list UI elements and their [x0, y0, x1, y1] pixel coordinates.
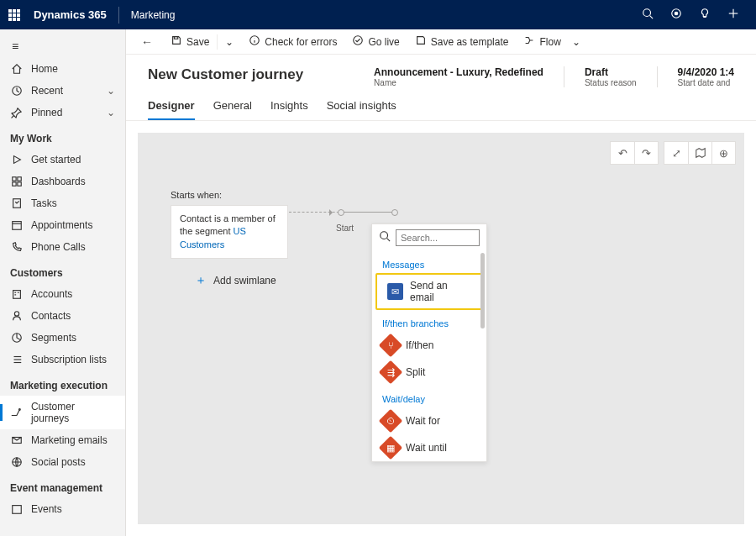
nav-segments[interactable]: Segments	[0, 327, 125, 349]
save-button[interactable]: Save	[163, 34, 217, 49]
popup-scrollbar[interactable]	[480, 253, 485, 328]
minimap-button[interactable]	[688, 142, 711, 164]
nav-pinned[interactable]: Pinned⌄	[0, 102, 125, 123]
canvas-tools: ↶ ↷ ⤢ ⊕	[610, 141, 736, 165]
nav-label: Dashboards	[31, 176, 86, 187]
nav-section-eventmgmt: Event management	[0, 473, 125, 498]
tab-insights[interactable]: Insights	[270, 99, 308, 120]
tile-label: Split	[406, 366, 425, 378]
nav-contacts[interactable]: Contacts	[0, 305, 125, 327]
tile-split[interactable]: ⇶ Split	[372, 359, 486, 386]
nav-recent[interactable]: Recent⌄	[0, 80, 125, 102]
hamburger-icon[interactable]: ≡	[0, 34, 125, 58]
nav-appointments[interactable]: Appointments	[0, 214, 125, 236]
nav-phonecalls[interactable]: Phone Calls	[0, 236, 125, 258]
nav-tasks[interactable]: Tasks	[0, 192, 125, 214]
nav-label: Events	[31, 503, 62, 515]
tab-social-insights[interactable]: Social insights	[327, 99, 396, 120]
clock-icon: ⏲	[379, 409, 402, 433]
tile-waitfor[interactable]: ⏲ Wait for	[372, 407, 486, 434]
plus-icon[interactable]	[719, 8, 748, 22]
redo-button[interactable]: ↷	[634, 142, 658, 164]
tile-waituntil[interactable]: ▦ Wait until	[372, 434, 486, 461]
svg-rect-12	[12, 222, 21, 230]
nav-label: Subscription lists	[31, 354, 107, 365]
nav-journeys[interactable]: Customer journeys	[0, 396, 125, 429]
calendar-icon	[10, 219, 23, 231]
tile-search-input[interactable]	[396, 229, 480, 246]
tile-section-wait: Wait/delay	[372, 386, 486, 407]
tile-label: Wait until	[406, 442, 447, 454]
segments-icon	[10, 332, 23, 344]
check-errors-button[interactable]: Check for errors	[241, 34, 344, 49]
nav-section-mywork: My Work	[0, 123, 125, 149]
svg-line-33	[387, 239, 391, 242]
audience-start-card[interactable]: Contact is a member of the segment US Cu…	[171, 205, 288, 259]
brand-label: Dynamics 365	[34, 8, 107, 21]
task-icon	[10, 197, 23, 209]
nav-scrollbar[interactable]	[125, 59, 126, 193]
designer-canvas[interactable]: ↶ ↷ ⤢ ⊕ Starts when: Contact is a member…	[138, 133, 744, 524]
start-node-label: Start	[336, 223, 354, 233]
nav-emails[interactable]: Marketing emails	[0, 429, 125, 451]
save-template-button[interactable]: Save as template	[407, 34, 517, 49]
tile-label: If/then	[406, 339, 433, 351]
calendar-icon: ▦	[379, 436, 402, 460]
pin-icon	[10, 107, 23, 118]
cmd-label: Save	[186, 36, 209, 48]
nav-dashboards[interactable]: Dashboards	[0, 171, 125, 192]
play-icon	[10, 154, 23, 166]
tab-general[interactable]: General	[213, 99, 252, 120]
tile-send-email[interactable]: ✉ Send an email	[375, 273, 483, 310]
nav-label: Social posts	[31, 456, 86, 468]
lightbulb-icon[interactable]	[690, 8, 719, 22]
target-icon[interactable]	[662, 8, 690, 22]
svg-rect-26	[12, 506, 21, 514]
tab-designer[interactable]: Designer	[148, 99, 195, 120]
dashboard-icon	[10, 176, 23, 187]
undo-button[interactable]: ↶	[611, 142, 634, 164]
add-swimlane-button[interactable]: ＋ Add swimlane	[195, 273, 276, 288]
app-label: Marketing	[131, 9, 176, 21]
chevron-down-icon: ⌄	[107, 107, 115, 118]
back-button[interactable]: ←	[131, 35, 163, 49]
tile-ifthen[interactable]: ⑂ If/then	[372, 332, 486, 359]
page-header: New Customer journey Announcement - Luxu…	[126, 55, 756, 87]
meta-status: Draft Status reason	[585, 66, 637, 87]
flow-button[interactable]: Flow ⌄	[516, 34, 588, 49]
zoom-button[interactable]: ⊕	[711, 142, 735, 164]
golive-button[interactable]: Go live	[344, 34, 407, 49]
nav-label: Home	[31, 63, 58, 75]
app-launcher-icon[interactable]	[8, 9, 22, 21]
svg-point-23	[19, 409, 21, 411]
cmd-label: Go live	[368, 36, 399, 48]
starts-when-label: Starts when:	[171, 190, 222, 200]
meta-value: Announcement - Luxury, Redefined	[374, 66, 543, 78]
svg-rect-7	[12, 177, 15, 181]
branch-icon: ⑂	[379, 334, 402, 357]
clock-icon	[10, 85, 23, 97]
nav-label: Recent	[31, 85, 63, 97]
svg-rect-14	[13, 291, 20, 299]
nav-events[interactable]: Events	[0, 498, 125, 520]
nav-label: Appointments	[31, 219, 92, 231]
tile-picker-popup: Messages ✉ Send an email If/then branche…	[371, 223, 487, 462]
save-dropdown[interactable]: ⌄	[218, 36, 241, 48]
fullscreen-button[interactable]: ⤢	[664, 142, 688, 164]
search-icon[interactable]	[633, 8, 662, 22]
nav-sublists[interactable]: Subscription lists	[0, 349, 125, 370]
split-icon: ⇶	[379, 360, 402, 384]
list-icon	[10, 354, 23, 365]
divider	[118, 7, 119, 24]
nav-accounts[interactable]: Accounts	[0, 283, 125, 305]
check-icon	[352, 34, 364, 49]
search-icon	[379, 230, 391, 245]
nav-home[interactable]: Home	[0, 58, 125, 80]
nav-getstarted[interactable]: Get started	[0, 149, 125, 171]
nav-section-mktexec: Marketing execution	[0, 370, 125, 396]
meta-label: Status reason	[585, 78, 637, 87]
social-icon	[10, 456, 23, 468]
nav-social[interactable]: Social posts	[0, 451, 125, 473]
svg-point-0	[643, 9, 651, 17]
tile-search-row	[372, 224, 486, 251]
